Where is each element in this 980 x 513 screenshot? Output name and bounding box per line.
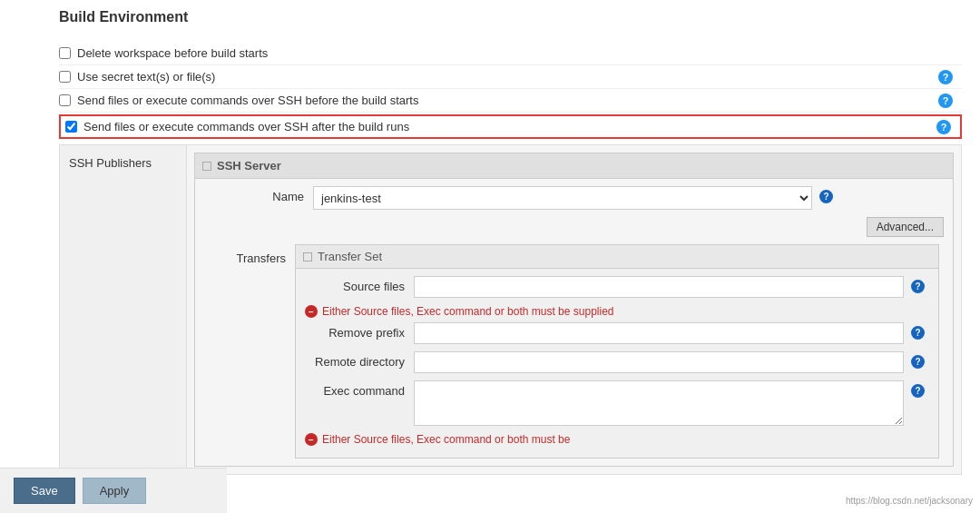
exec-command-help-icon[interactable]: ? xyxy=(911,384,925,398)
source-files-input[interactable] xyxy=(414,276,904,298)
bottom-bar: Save Apply xyxy=(0,468,227,513)
checkbox-row-1: Delete workspace before build starts xyxy=(59,42,962,65)
transfer-set-icon xyxy=(303,252,312,261)
remote-dir-label: Remote directory xyxy=(305,351,414,369)
name-select[interactable]: jenkins-test xyxy=(313,186,812,210)
name-label: Name xyxy=(204,186,313,203)
remove-prefix-input[interactable] xyxy=(414,322,904,344)
transfer-set-header: Transfer Set xyxy=(296,245,938,269)
source-files-help-icon[interactable]: ? xyxy=(911,280,925,293)
use-secret-text-help-icon[interactable]: ? xyxy=(938,70,953,84)
source-files-label: Source files xyxy=(305,276,414,293)
transfers-label: Transfers xyxy=(204,244,295,265)
ssh-server-block: SSH Server Name jenkins-test ? xyxy=(194,153,954,467)
transfers-section: Transfers Transfer Set Source files xyxy=(204,244,944,459)
send-files-before-help-icon[interactable]: ? xyxy=(938,94,953,108)
exec-command-control: ? xyxy=(414,380,929,426)
ssh-server-header: SSH Server xyxy=(195,153,953,179)
use-secret-text-checkbox[interactable] xyxy=(59,71,71,83)
advanced-btn-row: Advanced... xyxy=(204,217,944,237)
ssh-server-header-label: SSH Server xyxy=(217,159,281,173)
checkbox-row-3: Send files or execute commands over SSH … xyxy=(59,89,962,113)
remove-prefix-row: Remove prefix ? xyxy=(305,322,929,344)
remove-prefix-help-icon[interactable]: ? xyxy=(911,326,925,340)
ssh-publishers-section: SSH Publishers SSH Server Name jenki xyxy=(59,144,962,475)
error-text-2: Either Source files, Exec command or bot… xyxy=(322,433,570,446)
advanced-button[interactable]: Advanced... xyxy=(867,217,944,237)
use-secret-text-label: Use secret text(s) or file(s) xyxy=(77,70,215,84)
save-button[interactable]: Save xyxy=(14,478,75,504)
ssh-publishers-label: SSH Publishers xyxy=(60,145,187,474)
error-icon-2: − xyxy=(305,433,318,446)
remote-dir-input[interactable] xyxy=(414,351,904,373)
main-content: Build Environment Delete workspace befor… xyxy=(0,0,980,513)
name-form-row: Name jenkins-test ? xyxy=(204,186,944,210)
checkbox-row-4: Send files or execute commands over SSH … xyxy=(59,114,962,139)
send-files-after-label: Send files or execute commands over SSH … xyxy=(83,120,409,133)
remote-dir-row: Remote directory ? xyxy=(305,351,929,373)
transfer-set-label: Transfer Set xyxy=(318,250,382,263)
remove-prefix-label: Remove prefix xyxy=(305,322,414,340)
name-help-icon[interactable]: ? xyxy=(819,190,833,203)
ssh-server-header-icon xyxy=(202,162,211,171)
delete-workspace-label: Delete workspace before build starts xyxy=(77,46,268,60)
page-wrapper: Build Environment Delete workspace befor… xyxy=(0,0,980,513)
checkbox-row-2: Use secret text(s) or file(s) ? xyxy=(59,65,962,89)
ssh-server-body: Name jenkins-test ? Advanced... xyxy=(195,179,953,466)
send-files-before-checkbox[interactable] xyxy=(59,94,71,106)
error-row-2: − Either Source files, Exec command or b… xyxy=(305,433,929,446)
exec-command-textarea[interactable] xyxy=(414,380,904,426)
name-control-wrap: jenkins-test ? xyxy=(313,186,944,210)
watermark: https://blog.csdn.net/jacksonary xyxy=(846,496,973,506)
error-row-1: − Either Source files, Exec command or b… xyxy=(305,305,929,318)
section-title: Build Environment xyxy=(59,9,962,29)
apply-button[interactable]: Apply xyxy=(83,478,147,504)
remote-dir-help-icon[interactable]: ? xyxy=(911,355,925,369)
ssh-publishers-content: SSH Server Name jenkins-test ? xyxy=(187,145,961,474)
remote-dir-control: ? xyxy=(414,351,929,373)
transfer-set-block: Transfer Set Source files ? xyxy=(295,244,939,459)
exec-command-row: Exec command ? xyxy=(305,380,929,426)
error-text-1: Either Source files, Exec command or bot… xyxy=(322,305,614,318)
remove-prefix-control: ? xyxy=(414,322,929,344)
source-files-row: Source files ? xyxy=(305,276,929,298)
source-files-control: ? xyxy=(414,276,929,298)
send-files-after-help-icon[interactable]: ? xyxy=(936,120,951,134)
send-files-after-checkbox[interactable] xyxy=(65,121,77,133)
send-files-before-label: Send files or execute commands over SSH … xyxy=(77,94,418,107)
exec-command-label: Exec command xyxy=(305,380,414,398)
error-icon-1: − xyxy=(305,305,318,318)
transfer-set-body: Source files ? − xyxy=(296,269,938,458)
delete-workspace-checkbox[interactable] xyxy=(59,47,71,59)
